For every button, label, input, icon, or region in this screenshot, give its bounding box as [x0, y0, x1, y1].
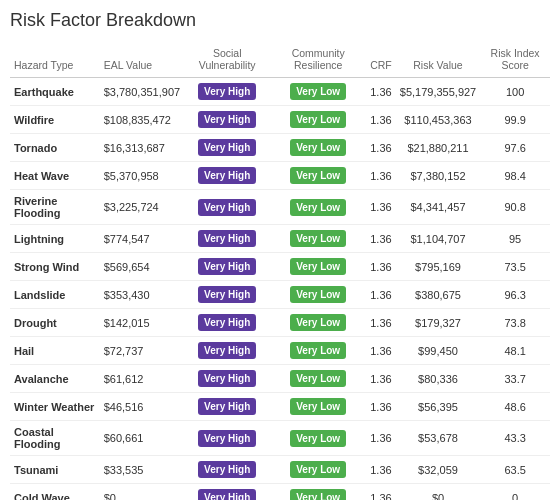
table-row: Avalanche $61,612 Very High Very Low 1.3… — [10, 365, 550, 393]
cell-eal: $60,661 — [100, 421, 184, 456]
cell-social: Very High — [184, 134, 270, 162]
cell-community: Very Low — [270, 253, 366, 281]
risk-factor-table: Hazard Type EAL Value Social Vulnerabili… — [10, 41, 550, 500]
table-row: Riverine Flooding $3,225,724 Very High V… — [10, 190, 550, 225]
col-hazard-type: Hazard Type — [10, 41, 100, 78]
cell-risk-value: $80,336 — [396, 365, 480, 393]
cell-community: Very Low — [270, 337, 366, 365]
cell-crf: 1.36 — [366, 190, 396, 225]
cell-hazard: Hail — [10, 337, 100, 365]
cell-crf: 1.36 — [366, 484, 396, 501]
cell-eal: $142,015 — [100, 309, 184, 337]
cell-risk-value: $32,059 — [396, 456, 480, 484]
cell-risk-value: $179,327 — [396, 309, 480, 337]
cell-eal: $774,547 — [100, 225, 184, 253]
cell-score: 48.6 — [480, 393, 550, 421]
cell-eal: $61,612 — [100, 365, 184, 393]
table-row: Lightning $774,547 Very High Very Low 1.… — [10, 225, 550, 253]
cell-eal: $0 — [100, 484, 184, 501]
col-risk-index-score: Risk Index Score — [480, 41, 550, 78]
cell-score: 48.1 — [480, 337, 550, 365]
cell-community: Very Low — [270, 106, 366, 134]
cell-eal: $353,430 — [100, 281, 184, 309]
cell-hazard: Coastal Flooding — [10, 421, 100, 456]
cell-eal: $5,370,958 — [100, 162, 184, 190]
cell-eal: $33,535 — [100, 456, 184, 484]
cell-community: Very Low — [270, 484, 366, 501]
cell-crf: 1.36 — [366, 456, 396, 484]
cell-social: Very High — [184, 365, 270, 393]
table-row: Hail $72,737 Very High Very Low 1.36 $99… — [10, 337, 550, 365]
cell-score: 63.5 — [480, 456, 550, 484]
cell-score: 73.8 — [480, 309, 550, 337]
cell-social: Very High — [184, 337, 270, 365]
cell-score: 99.9 — [480, 106, 550, 134]
cell-risk-value: $1,104,707 — [396, 225, 480, 253]
cell-crf: 1.36 — [366, 134, 396, 162]
cell-crf: 1.36 — [366, 309, 396, 337]
table-row: Drought $142,015 Very High Very Low 1.36… — [10, 309, 550, 337]
cell-community: Very Low — [270, 134, 366, 162]
cell-crf: 1.36 — [366, 337, 396, 365]
cell-eal: $3,780,351,907 — [100, 78, 184, 106]
cell-social: Very High — [184, 190, 270, 225]
cell-risk-value: $7,380,152 — [396, 162, 480, 190]
cell-risk-value: $795,169 — [396, 253, 480, 281]
cell-risk-value: $110,453,363 — [396, 106, 480, 134]
cell-score: 95 — [480, 225, 550, 253]
cell-crf: 1.36 — [366, 106, 396, 134]
cell-crf: 1.36 — [366, 78, 396, 106]
cell-community: Very Low — [270, 365, 366, 393]
cell-hazard: Tornado — [10, 134, 100, 162]
cell-risk-value: $53,678 — [396, 421, 480, 456]
cell-community: Very Low — [270, 456, 366, 484]
cell-community: Very Low — [270, 225, 366, 253]
cell-risk-value: $380,675 — [396, 281, 480, 309]
cell-hazard: Cold Wave — [10, 484, 100, 501]
table-row: Tornado $16,313,687 Very High Very Low 1… — [10, 134, 550, 162]
cell-score: 100 — [480, 78, 550, 106]
cell-crf: 1.36 — [366, 421, 396, 456]
cell-crf: 1.36 — [366, 162, 396, 190]
cell-eal: $569,654 — [100, 253, 184, 281]
cell-score: 90.8 — [480, 190, 550, 225]
cell-score: 43.3 — [480, 421, 550, 456]
cell-eal: $16,313,687 — [100, 134, 184, 162]
cell-risk-value: $4,341,457 — [396, 190, 480, 225]
cell-hazard: Wildfire — [10, 106, 100, 134]
cell-eal: $46,516 — [100, 393, 184, 421]
cell-crf: 1.36 — [366, 281, 396, 309]
cell-social: Very High — [184, 162, 270, 190]
cell-crf: 1.36 — [366, 393, 396, 421]
cell-risk-value: $99,450 — [396, 337, 480, 365]
cell-hazard: Strong Wind — [10, 253, 100, 281]
cell-risk-value: $21,880,211 — [396, 134, 480, 162]
cell-hazard: Riverine Flooding — [10, 190, 100, 225]
cell-social: Very High — [184, 78, 270, 106]
cell-risk-value: $56,395 — [396, 393, 480, 421]
cell-score: 33.7 — [480, 365, 550, 393]
col-eal-value: EAL Value — [100, 41, 184, 78]
cell-hazard: Winter Weather — [10, 393, 100, 421]
table-row: Winter Weather $46,516 Very High Very Lo… — [10, 393, 550, 421]
cell-community: Very Low — [270, 393, 366, 421]
cell-risk-value: $0 — [396, 484, 480, 501]
cell-community: Very Low — [270, 421, 366, 456]
cell-social: Very High — [184, 281, 270, 309]
cell-community: Very Low — [270, 281, 366, 309]
cell-hazard: Lightning — [10, 225, 100, 253]
page-title: Risk Factor Breakdown — [10, 10, 550, 31]
cell-eal: $108,835,472 — [100, 106, 184, 134]
table-row: Tsunami $33,535 Very High Very Low 1.36 … — [10, 456, 550, 484]
cell-score: 96.3 — [480, 281, 550, 309]
cell-social: Very High — [184, 225, 270, 253]
cell-score: 0 — [480, 484, 550, 501]
cell-hazard: Tsunami — [10, 456, 100, 484]
table-row: Cold Wave $0 Very High Very Low 1.36 $0 … — [10, 484, 550, 501]
cell-community: Very Low — [270, 78, 366, 106]
cell-hazard: Drought — [10, 309, 100, 337]
cell-social: Very High — [184, 393, 270, 421]
cell-social: Very High — [184, 309, 270, 337]
col-community-resilience: Community Resilience — [270, 41, 366, 78]
cell-eal: $72,737 — [100, 337, 184, 365]
